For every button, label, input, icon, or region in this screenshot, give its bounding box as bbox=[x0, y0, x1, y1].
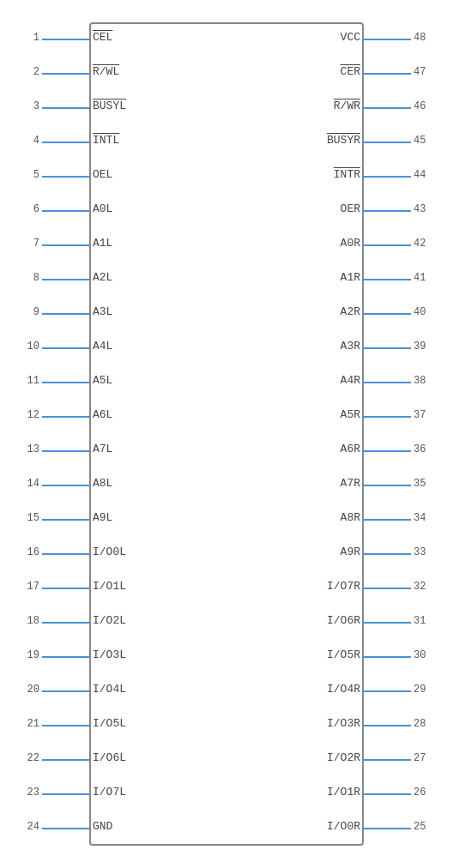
pin-label-right-29: I/O4R bbox=[327, 683, 360, 696]
pin-number-right-27: 27 bbox=[414, 752, 432, 764]
pin-label-right-33: A9R bbox=[341, 546, 360, 558]
pin-label-left-8: A2L bbox=[93, 271, 112, 284]
pin-label-right-47: CER bbox=[341, 65, 360, 78]
pin-label-right-38: A4R bbox=[341, 374, 360, 387]
pin-line-right-46 bbox=[363, 107, 411, 109]
pin-line-left-17 bbox=[42, 588, 90, 589]
pin-number-left-22: 22 bbox=[21, 752, 39, 764]
pin-label-right-27: I/O2R bbox=[327, 751, 360, 764]
pin-line-right-42 bbox=[363, 244, 411, 246]
pin-number-right-47: 47 bbox=[414, 66, 432, 78]
pin-label-right-46: R/WR bbox=[334, 99, 360, 112]
pin-label-right-28: I/O3R bbox=[327, 717, 360, 730]
pin-line-left-6 bbox=[42, 210, 90, 212]
pin-label-left-13: A7L bbox=[93, 443, 112, 455]
pin-line-left-15 bbox=[42, 519, 90, 521]
pin-number-right-33: 33 bbox=[414, 546, 432, 558]
pin-label-left-5: OEL bbox=[93, 168, 112, 181]
pin-line-left-12 bbox=[42, 416, 90, 418]
pin-label-right-32: I/O7R bbox=[327, 580, 360, 593]
pin-label-left-23: I/O7L bbox=[93, 786, 126, 799]
pin-number-right-44: 44 bbox=[414, 169, 432, 181]
pin-number-left-10: 10 bbox=[21, 341, 39, 353]
pin-number-left-5: 5 bbox=[21, 169, 39, 181]
pin-label-right-42: A0R bbox=[341, 237, 360, 250]
pin-number-right-30: 30 bbox=[414, 649, 432, 661]
pin-number-right-31: 31 bbox=[414, 615, 432, 627]
pin-line-right-30 bbox=[363, 656, 411, 658]
pin-number-right-35: 35 bbox=[414, 478, 432, 490]
pin-number-right-32: 32 bbox=[414, 581, 432, 593]
pin-label-right-31: I/O6R bbox=[327, 614, 360, 627]
pin-label-left-2: R/WL bbox=[93, 65, 119, 78]
pin-label-left-11: A5L bbox=[93, 374, 112, 387]
pin-number-left-4: 4 bbox=[21, 135, 39, 147]
pin-label-right-36: A6R bbox=[341, 443, 360, 455]
pin-line-right-38 bbox=[363, 382, 411, 383]
pin-number-left-13: 13 bbox=[21, 443, 39, 455]
pin-number-left-2: 2 bbox=[21, 66, 39, 78]
pin-number-left-14: 14 bbox=[21, 478, 39, 490]
pin-label-left-21: I/O5L bbox=[93, 717, 126, 730]
pin-number-right-46: 46 bbox=[414, 100, 432, 112]
pin-label-left-1: CEL bbox=[93, 31, 112, 44]
pin-number-left-21: 21 bbox=[21, 718, 39, 730]
pin-line-left-9 bbox=[42, 313, 90, 315]
pin-line-left-19 bbox=[42, 656, 90, 658]
pin-number-right-40: 40 bbox=[414, 306, 432, 318]
pin-line-left-14 bbox=[42, 485, 90, 486]
pin-line-right-28 bbox=[363, 725, 411, 726]
pin-number-right-45: 45 bbox=[414, 135, 432, 147]
pin-label-right-45: BUSYR bbox=[327, 134, 360, 147]
pin-label-left-15: A9L bbox=[93, 511, 112, 524]
pin-line-right-39 bbox=[363, 347, 411, 349]
pin-label-right-26: I/O1R bbox=[327, 786, 360, 799]
pin-number-left-16: 16 bbox=[21, 546, 39, 558]
pin-line-left-22 bbox=[42, 759, 90, 761]
pin-number-left-11: 11 bbox=[21, 375, 39, 387]
pin-line-right-37 bbox=[363, 416, 411, 418]
pin-line-right-29 bbox=[363, 690, 411, 692]
pin-line-left-23 bbox=[42, 793, 90, 795]
pin-number-left-17: 17 bbox=[21, 581, 39, 593]
pin-line-left-18 bbox=[42, 622, 90, 624]
pin-number-right-39: 39 bbox=[414, 341, 432, 353]
pin-line-right-31 bbox=[363, 622, 411, 624]
pin-label-right-35: A7R bbox=[341, 477, 360, 490]
pin-number-left-18: 18 bbox=[21, 615, 39, 627]
pin-line-left-1 bbox=[42, 39, 90, 40]
pin-number-right-48: 48 bbox=[414, 32, 432, 44]
pin-number-right-36: 36 bbox=[414, 443, 432, 455]
pin-number-right-37: 37 bbox=[414, 409, 432, 421]
pin-number-right-41: 41 bbox=[414, 272, 432, 284]
pin-label-left-17: I/O1L bbox=[93, 580, 126, 593]
pin-number-left-19: 19 bbox=[21, 649, 39, 661]
pin-label-left-14: A8L bbox=[93, 477, 112, 490]
pin-number-left-7: 7 bbox=[21, 238, 39, 250]
pin-number-left-23: 23 bbox=[21, 787, 39, 799]
pin-label-right-48: VCC bbox=[341, 31, 360, 44]
pin-number-left-8: 8 bbox=[21, 272, 39, 284]
pin-line-left-7 bbox=[42, 244, 90, 246]
pin-line-right-33 bbox=[363, 553, 411, 555]
pin-number-right-26: 26 bbox=[414, 787, 432, 799]
pin-number-right-28: 28 bbox=[414, 718, 432, 730]
pin-number-right-34: 34 bbox=[414, 512, 432, 524]
pin-line-right-43 bbox=[363, 210, 411, 212]
chip-body bbox=[89, 22, 364, 846]
pin-label-right-40: A2R bbox=[341, 305, 360, 318]
pin-line-left-13 bbox=[42, 450, 90, 452]
pin-line-right-34 bbox=[363, 519, 411, 521]
pin-number-right-43: 43 bbox=[414, 203, 432, 215]
pin-number-left-24: 24 bbox=[21, 821, 39, 833]
pin-line-left-21 bbox=[42, 725, 90, 726]
pin-line-right-27 bbox=[363, 759, 411, 761]
pin-label-left-7: A1L bbox=[93, 237, 112, 250]
pin-line-left-24 bbox=[42, 828, 90, 829]
pin-label-left-20: I/O4L bbox=[93, 683, 126, 696]
pin-label-right-43: OER bbox=[341, 202, 360, 215]
pin-line-right-25 bbox=[363, 828, 411, 829]
pin-line-right-44 bbox=[363, 176, 411, 178]
pin-number-right-38: 38 bbox=[414, 375, 432, 387]
pin-line-right-26 bbox=[363, 793, 411, 795]
